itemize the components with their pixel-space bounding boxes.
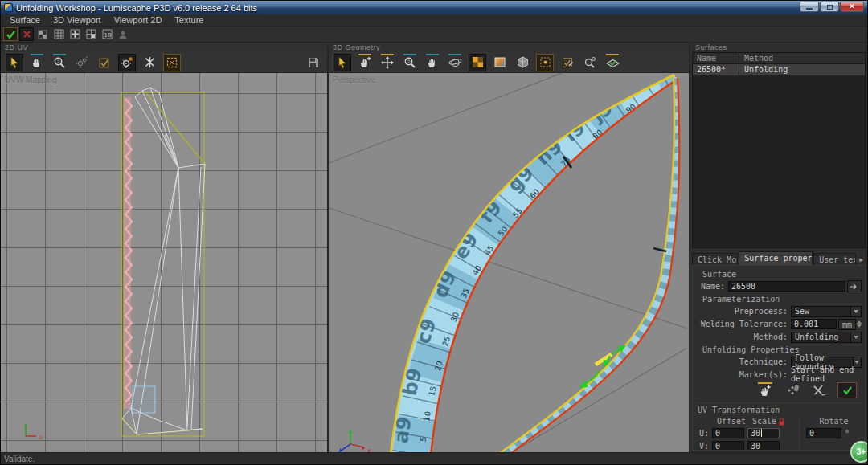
user-profile-icon[interactable] [116,27,130,41]
technique-label: Technique: [696,357,791,366]
window-title: Unfolding Workshop - Lumiscaphe P3D v6.0… [16,3,796,13]
offset-column-label: Offset [712,417,751,426]
xyz-axis-gizmo: x [339,430,372,452]
v-row-label: V: [696,442,709,451]
method-dropdown[interactable]: Unfolding [791,332,862,343]
add-marker-hand-icon[interactable] [755,382,775,398]
notification-badge[interactable]: 3+ [850,441,868,463]
validate-markers-button[interactable] [837,382,857,398]
welding-unit-select[interactable]: mm [838,319,856,330]
tools-asterisk-icon[interactable] [141,54,158,71]
maximize-button[interactable] [820,2,839,12]
main-toolbar: 10 [1,27,867,43]
marker-box-icon[interactable] [536,54,554,71]
surface-row-selected[interactable]: 26500* Unfolding [693,64,865,75]
column-method[interactable]: Method [739,53,865,63]
surfaces-title: Surfaces [690,43,867,52]
uv-axis-gizmo: u [24,423,43,441]
checker-swatch-icon[interactable] [469,54,486,71]
pan-hand-icon[interactable] [28,54,46,71]
perspective-viewport[interactable]: a9b9c9d9e9f9g9h9i9j9 5101520253035404550… [329,73,689,452]
menu-viewport-2d[interactable]: Viewport 2D [108,14,168,27]
uv-transformation-label: UV Transformation [696,404,862,416]
u-row-label: U: [696,429,709,438]
minimize-button[interactable] [800,2,819,12]
selection-square [133,386,155,413]
welding-tolerance-label: Welding Tolerance: [696,320,791,328]
svg-text:u: u [39,434,43,441]
minimize-icon [806,8,813,10]
grid-display-icon[interactable] [51,27,66,41]
zoom-magnifier-icon[interactable]: 2 [401,54,419,71]
name-input[interactable]: 26500 [728,281,845,292]
delete-markers-icon[interactable] [783,382,802,398]
cube-solid-icon[interactable] [514,54,531,71]
grid-plus-icon[interactable] [68,27,82,41]
move-arrows-icon[interactable] [379,54,396,71]
validate-check-icon[interactable] [3,27,18,41]
text-caret [761,429,762,437]
surface-group-label: Surface [696,268,862,280]
svg-text:2: 2 [407,59,411,64]
preprocess-label: Preprocess: [696,307,791,316]
menu-texture[interactable]: Texture [169,14,209,27]
surfaces-header-row: Name Method [693,53,865,64]
tab-surface-properties[interactable]: Surface properties [739,251,813,265]
check-edit-icon[interactable] [559,54,576,71]
toolbar-3d: 2 [329,52,689,73]
column-name[interactable]: Name [693,53,739,63]
toolbar-2d: 2 [1,52,327,73]
surface-properties-panel: Surface Name: 26500 Parameterization Pre… [692,265,866,451]
uv-viewport-label: UVW Mapping [5,75,56,84]
dropdown-arrow-icon [850,307,861,316]
zoom-magnifier-icon[interactable]: 2 [51,54,68,71]
status-bar: Validate. [1,452,867,465]
gear-badge-icon[interactable] [118,54,136,71]
u-scale-input[interactable]: 30 [747,428,780,438]
tab-click-mode[interactable]: Click Mode [692,253,738,265]
rotate-input[interactable]: 0 [806,428,841,438]
title-bar[interactable]: Unfolding Workshop - Lumiscaphe P3D v6.0… [1,1,867,14]
cancel-cross-icon[interactable] [19,27,34,41]
v-scale-input[interactable]: 30 [747,441,780,451]
selection-box-icon[interactable] [163,54,181,71]
welding-tolerance-input[interactable]: 0.001 [791,319,837,329]
pan-hand-icon[interactable] [424,54,441,71]
u-offset-input[interactable]: 0 [712,428,744,438]
gears-settings-icon[interactable] [73,54,91,71]
degree-unit: ° [845,429,850,438]
marker-tools-icon[interactable] [810,382,829,398]
grid-cell-icon[interactable] [84,27,98,41]
perspective-viewport-label: Perspective [333,75,375,84]
menu-3d-viewport[interactable]: 3D Viewport [47,14,107,27]
hand-add-icon[interactable] [356,54,374,71]
tabs-overflow-arrow-icon[interactable]: ▶ [857,256,866,265]
panel-3d-geometry: 3D Geometry 2 [329,43,689,452]
menu-surface[interactable]: Surface [4,14,46,27]
select-cursor-icon[interactable] [334,54,351,71]
v-offset-input[interactable]: 0 [712,441,744,451]
surface-check-icon[interactable] [604,54,621,71]
scene-3d-canvas: a9b9c9d9e9f9g9h9i9j9 5101520253035404550… [329,73,687,452]
uv-viewport[interactable]: u UVW Mapping [1,73,327,452]
panel-2d-title: 2D UV [1,43,327,52]
select-cursor-icon[interactable] [6,54,23,71]
preprocess-dropdown[interactable]: Sew [791,306,862,317]
save-floppy-icon[interactable] [305,54,322,71]
scale-column-label: Scale [751,417,778,426]
tab-user-textures[interactable]: User text [813,253,856,265]
close-button[interactable]: ✕ [840,2,864,12]
grid-10-icon[interactable]: 10 [100,27,114,41]
markers-status: Start and end defined [791,365,862,383]
app-icon [4,3,13,12]
orbit-globe-icon[interactable] [446,54,464,71]
surfaces-table: Name Method 26500* Unfolding [692,52,866,248]
unit-spinner[interactable] [857,320,862,328]
panel-2d-uv: 2D UV 2 [1,43,327,452]
scale-lock-icon[interactable] [778,418,785,426]
checker-display-icon[interactable] [35,27,50,41]
assign-name-button[interactable] [847,280,862,292]
image-texture-icon[interactable] [491,54,509,71]
check-options-icon[interactable] [96,54,113,71]
zoom-gear-icon[interactable] [581,54,599,71]
